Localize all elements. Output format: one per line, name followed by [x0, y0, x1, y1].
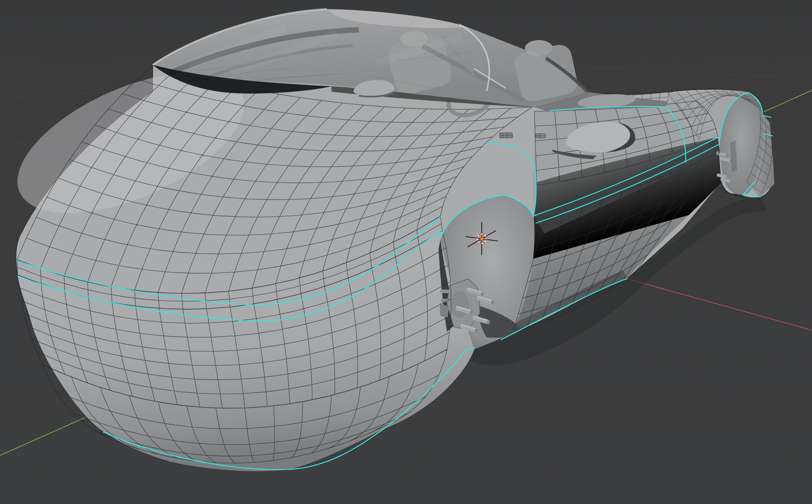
viewport-3d[interactable] [0, 0, 812, 504]
viewport-canvas[interactable] [0, 0, 812, 504]
